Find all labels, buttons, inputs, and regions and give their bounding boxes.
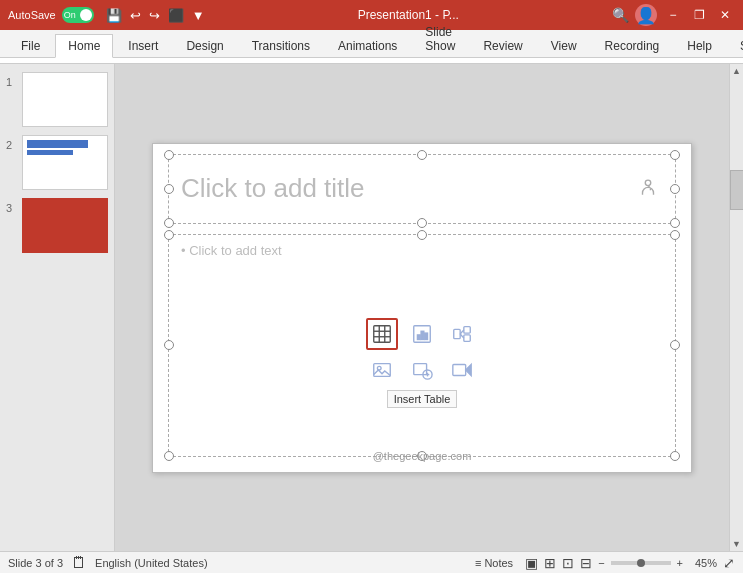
normal-view-icon[interactable]: ▣ (525, 555, 538, 571)
status-left: Slide 3 of 3 🗒 English (United States) (8, 554, 208, 572)
tab-recording[interactable]: Recording (592, 34, 673, 57)
autosave-toggle[interactable]: On (62, 7, 94, 23)
content-handle-mr (670, 340, 680, 350)
fit-to-window-icon[interactable]: ⤢ (723, 555, 735, 571)
insert-chart-button[interactable] (406, 318, 438, 350)
title-placeholder-text: Click to add title (181, 173, 365, 204)
scrollbar-track[interactable] (730, 78, 744, 537)
content-handle-ml (164, 340, 174, 350)
scroll-down-arrow[interactable]: ▼ (730, 537, 744, 551)
svg-rect-7 (417, 335, 420, 340)
zoom-plus-icon[interactable]: + (677, 557, 683, 569)
main-area: 1 2 3 Click to a (0, 64, 743, 551)
slide-thumb-row-1: 1 (6, 72, 108, 127)
restore-button[interactable]: ❐ (689, 7, 709, 23)
handle-ml (164, 184, 174, 194)
tab-help[interactable]: Help (674, 34, 725, 57)
insert-online-picture-button[interactable] (406, 354, 438, 386)
slide-thumb-1-content (23, 73, 107, 126)
zoom-minus-icon[interactable]: − (598, 557, 604, 569)
slide-num-2: 2 (6, 135, 22, 151)
profile-avatar[interactable]: 👤 (635, 4, 657, 26)
insert-table-button[interactable] (366, 318, 398, 350)
svg-rect-10 (454, 329, 460, 338)
title-bar-right: 🔍 👤 − ❐ ✕ (612, 4, 735, 26)
content-handle-bl (164, 451, 174, 461)
handle-tl (164, 150, 174, 160)
customize-icon[interactable]: ⬛ (168, 8, 184, 23)
tab-storyboard[interactable]: Storyboardin... (727, 34, 743, 57)
search-icon[interactable]: 🔍 (612, 7, 629, 23)
tab-review[interactable]: Review (470, 34, 535, 57)
title-bar: AutoSave On 💾 ↩ ↪ ⬛ ▼ Presentation1 - P.… (0, 0, 743, 30)
handle-bm (417, 218, 427, 228)
insert-video-button[interactable] (446, 354, 478, 386)
svg-rect-12 (464, 335, 470, 341)
tab-home[interactable]: Home (55, 34, 113, 58)
thumb-subtitle-bar-2 (27, 150, 73, 155)
svg-rect-21 (453, 365, 466, 376)
title-placeholder[interactable]: Click to add title (168, 154, 676, 224)
watermark: @thegeekpage.com (373, 450, 472, 462)
scrollbar-thumb[interactable] (730, 170, 744, 210)
presenter-view-icon[interactable]: ⊟ (580, 555, 592, 571)
notes-button[interactable]: ≡ Notes (469, 555, 519, 571)
insert-icons-row-2 (366, 354, 478, 386)
content-handle-br (670, 451, 680, 461)
reading-view-icon[interactable]: ⊡ (562, 555, 574, 571)
slide-canvas[interactable]: Click to add title (152, 143, 692, 473)
tab-animations[interactable]: Animations (325, 34, 410, 57)
undo-icon[interactable]: ↩ (130, 8, 141, 23)
zoom-slider[interactable] (611, 561, 671, 565)
ribbon-tabs: File Home Insert Design Transitions Anim… (0, 30, 743, 58)
tab-view[interactable]: View (538, 34, 590, 57)
minimize-button[interactable]: − (663, 7, 683, 23)
insert-picture-button[interactable] (366, 354, 398, 386)
handle-mr (670, 184, 680, 194)
scroll-up-arrow[interactable]: ▲ (730, 64, 744, 78)
accessibility-icon (637, 175, 659, 202)
zoom-knob (637, 559, 645, 567)
tab-transitions[interactable]: Transitions (239, 34, 323, 57)
svg-rect-11 (464, 327, 470, 333)
right-scrollbar[interactable]: ▲ ▼ (729, 64, 743, 551)
content-placeholder[interactable]: • Click to add text (168, 234, 676, 457)
title-bar-left: AutoSave On 💾 ↩ ↪ ⬛ ▼ (8, 7, 205, 23)
handle-tr (670, 150, 680, 160)
zoom-percent[interactable]: 45% (689, 557, 717, 569)
slide-info: Slide 3 of 3 (8, 557, 63, 569)
slide-thumb-row-2: 2 (6, 135, 108, 190)
autosave-on-label: On (64, 10, 76, 20)
autosave-label: AutoSave (8, 9, 56, 21)
handle-bl (164, 218, 174, 228)
slide-notes-icon[interactable]: 🗒 (71, 554, 87, 572)
content-handle-tm (417, 230, 427, 240)
tab-file[interactable]: File (8, 34, 53, 57)
insert-icons-row-1 (366, 318, 478, 350)
slide-thumb-row-3: 3 (6, 198, 108, 253)
title-bar-icons: 💾 ↩ ↪ ⬛ ▼ (106, 8, 205, 23)
close-button[interactable]: ✕ (715, 7, 735, 23)
slide-thumb-2-content (23, 136, 107, 189)
slide-sorter-icon[interactable]: ⊞ (544, 555, 556, 571)
language-label[interactable]: English (United States) (95, 557, 208, 569)
tab-insert[interactable]: Insert (115, 34, 171, 57)
notes-label: Notes (484, 557, 513, 569)
svg-rect-9 (425, 333, 428, 339)
insert-smartart-button[interactable] (446, 318, 478, 350)
content-placeholder-text: • Click to add text (181, 243, 282, 258)
handle-tm (417, 150, 427, 160)
slide-thumb-1[interactable] (22, 72, 108, 127)
slide-thumb-2[interactable] (22, 135, 108, 190)
content-handle-tr (670, 230, 680, 240)
slide-thumb-3[interactable] (22, 198, 108, 253)
tab-slideshow[interactable]: Slide Show (412, 20, 468, 57)
tab-design[interactable]: Design (173, 34, 236, 57)
save-icon[interactable]: 💾 (106, 8, 122, 23)
more-icon[interactable]: ▼ (192, 8, 205, 23)
svg-rect-17 (414, 364, 427, 375)
svg-rect-1 (374, 326, 391, 343)
insert-table-tooltip: Insert Table (387, 390, 458, 408)
slide-panel: 1 2 3 (0, 64, 115, 551)
redo-icon[interactable]: ↪ (149, 8, 160, 23)
